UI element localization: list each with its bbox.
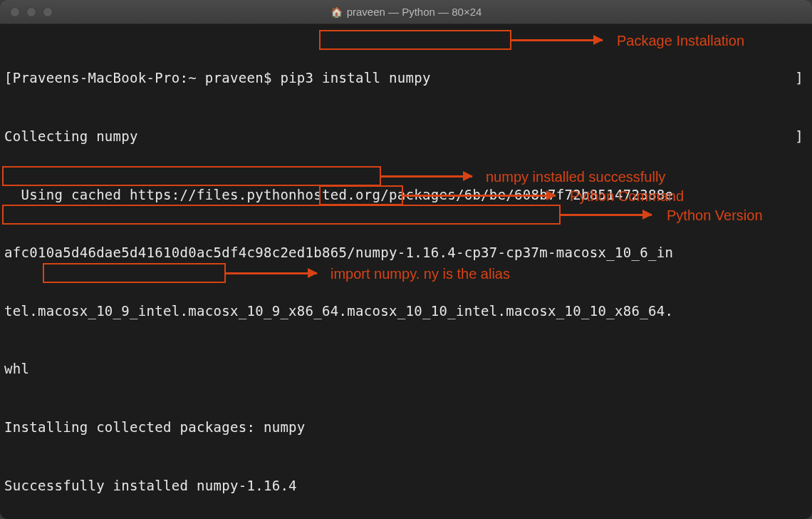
terminal-line: tel.macosx_10_9_intel.macosx_10_9_x86_64… xyxy=(4,302,808,321)
title-text: praveen — Python — 80×24 xyxy=(347,6,482,18)
minimize-button[interactable] xyxy=(26,7,36,17)
title-bar: 🏠 praveen — Python — 80×24 xyxy=(0,0,812,24)
arrow xyxy=(561,214,652,216)
maximize-button[interactable] xyxy=(43,7,53,17)
terminal-line: afc010a5d46dae5d41610d0ac5df4c98c2ed1b86… xyxy=(4,243,808,262)
terminal-line: whl xyxy=(4,359,808,379)
terminal-window: 🏠 praveen — Python — 80×24 [Praveens-Mac… xyxy=(0,0,812,519)
terminal-line: Successfully installed numpy-1.16.4 xyxy=(4,476,808,495)
arrow xyxy=(226,272,317,274)
arrow xyxy=(403,195,556,197)
arrow xyxy=(381,175,472,178)
window-title: 🏠 praveen — Python — 80×24 xyxy=(330,6,482,18)
traffic-lights xyxy=(10,7,53,17)
annotation-import-numpy: import numpy. ny is the alias xyxy=(330,266,510,282)
terminal-line: Collecting numpy] xyxy=(4,127,808,146)
annotation-package-install: Package Installation xyxy=(617,33,744,49)
annotation-numpy-installed: numpy installed successfully xyxy=(486,169,665,185)
annotation-python-version: Python Version xyxy=(667,207,763,224)
terminal-line: [Praveens-MacBook-Pro:~ praveen$ pip3 in… xyxy=(4,68,808,88)
home-icon: 🏠 xyxy=(330,6,343,18)
annotation-python-command: Python Command xyxy=(570,188,684,205)
terminal-line: Installing collected packages: numpy xyxy=(4,418,808,437)
close-button[interactable] xyxy=(10,7,20,17)
arrow xyxy=(511,39,603,41)
